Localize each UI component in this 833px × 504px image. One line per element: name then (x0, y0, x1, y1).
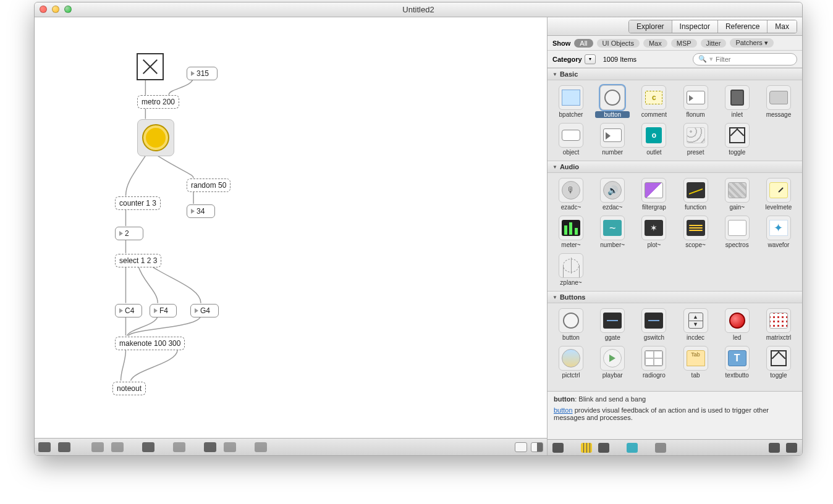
search-field[interactable] (716, 56, 792, 63)
filter-all[interactable]: All (574, 39, 593, 48)
palette-incdec[interactable]: ▲▼incdec (679, 308, 713, 341)
section-buttons[interactable]: Buttons (548, 291, 802, 303)
debug-icon[interactable] (255, 442, 267, 452)
palette-levelmeter[interactable]: levelmete (761, 178, 796, 211)
play-triangle-icon (154, 308, 158, 313)
palette-bpatcher[interactable]: bpatcher (554, 85, 588, 118)
palette-matrixctrl[interactable]: matrixctrl (761, 308, 796, 341)
palette-radiogroup[interactable]: radiogro (636, 346, 671, 379)
eye-icon[interactable] (627, 443, 638, 453)
number-box-2[interactable]: 2 (115, 227, 143, 240)
zoom-window-button[interactable] (64, 6, 72, 13)
palette-gswitch[interactable]: gswitch (636, 308, 671, 341)
message-f4[interactable]: F4 (150, 304, 177, 317)
palette-preset[interactable]: preset (679, 123, 713, 156)
search-input[interactable]: 🔍 ▾ (693, 53, 797, 65)
tab-explorer[interactable]: Explorer (629, 20, 672, 33)
counter-object[interactable]: counter 1 3 (115, 196, 161, 210)
window-title: Untitled2 (402, 5, 434, 14)
palette-meter[interactable]: meter~ (554, 216, 588, 248)
presentation-icon[interactable] (142, 442, 154, 452)
makenote-object[interactable]: makenote 100 300 (115, 337, 185, 350)
side-panel-left-icon[interactable] (515, 442, 527, 452)
palette-toggle[interactable]: toggle (720, 123, 755, 156)
palette-gain[interactable]: gain~ (720, 178, 755, 211)
palette-led[interactable]: led (720, 308, 755, 341)
metro-object[interactable]: metro 200 (137, 95, 179, 109)
menu-icon[interactable] (786, 443, 797, 453)
palette-comment[interactable]: ccomment (636, 85, 671, 118)
patcher-area[interactable]: 315 metro 200 random 50 counter 1 3 34 (35, 17, 548, 455)
patch-inspector-icon[interactable] (204, 442, 216, 452)
palette-outlet[interactable]: ooutlet (636, 123, 671, 156)
select-object[interactable]: select 1 2 3 (115, 254, 161, 267)
desc-body: provides visual feedback of an action an… (554, 406, 769, 421)
bang-circle-icon (142, 124, 169, 151)
palette-playbar[interactable]: playbar (595, 346, 630, 379)
gear-icon[interactable] (552, 443, 564, 453)
number-box-315[interactable]: 315 (187, 67, 218, 80)
app-window: Untitled2 (34, 2, 803, 456)
palette-inlet[interactable]: inlet (720, 85, 755, 118)
new-view-icon[interactable] (58, 442, 70, 452)
show-label: Show (552, 40, 570, 47)
palette-filtergraph[interactable]: filtergrap (636, 178, 671, 211)
palette-button[interactable]: button (595, 85, 630, 118)
section-basic[interactable]: Basic (548, 68, 802, 80)
plus-icon[interactable] (655, 443, 666, 453)
palette-toggle2[interactable]: toggle (761, 346, 796, 379)
zoom-icon[interactable] (91, 442, 104, 452)
side-panel-right-icon[interactable] (531, 442, 543, 452)
palette-number[interactable]: number (595, 123, 630, 156)
titlebar: Untitled2 (35, 2, 802, 17)
filter-msp[interactable]: MSP (671, 39, 697, 48)
message-c4[interactable]: C4 (115, 304, 142, 317)
category-dropdown[interactable]: ▾ (585, 54, 596, 64)
grid-icon[interactable] (224, 442, 236, 452)
palette-numbertilde[interactable]: ~number~ (595, 216, 630, 248)
tab-reference[interactable]: Reference (718, 20, 767, 33)
filter-patchers[interactable]: Patchers ▾ (730, 38, 773, 48)
object-palette[interactable]: Basic bpatcher button ccomment flonum in… (548, 68, 802, 391)
palette-waveform[interactable]: ✦wavefor (761, 216, 796, 248)
palette-tab[interactable]: Tabtab (679, 346, 713, 379)
palette-textbutton[interactable]: Ttextbutto (720, 346, 755, 379)
palette-zplane[interactable]: zplane~ (554, 253, 588, 286)
bang-button[interactable] (137, 119, 174, 156)
random-object[interactable]: random 50 (187, 178, 230, 192)
filter-ui-objects[interactable]: UI Objects (597, 39, 640, 48)
palette-plot[interactable]: ✶plot~ (636, 216, 671, 248)
help-icon[interactable] (769, 443, 780, 453)
palette-function[interactable]: function (679, 178, 713, 211)
category-row: Category ▾ 1009 Items 🔍 ▾ (548, 51, 802, 68)
palette-spectroscope[interactable]: spectros (720, 216, 755, 248)
minimize-window-button[interactable] (52, 6, 59, 13)
palette-flonum[interactable]: flonum (679, 85, 713, 118)
info-icon[interactable] (173, 442, 185, 452)
palette-ggate[interactable]: ggate (595, 308, 630, 341)
message-g4[interactable]: G4 (190, 304, 219, 317)
desc-link[interactable]: button (554, 406, 573, 414)
close-x-icon[interactable] (111, 442, 124, 452)
tab-inspector[interactable]: Inspector (672, 20, 718, 33)
palette-scope[interactable]: scope~ (679, 216, 713, 248)
filter-max[interactable]: Max (643, 39, 667, 48)
grid-view-icon[interactable] (581, 443, 592, 453)
section-audio[interactable]: Audio (548, 161, 802, 173)
close-window-button[interactable] (40, 6, 47, 13)
play-triangle-icon (191, 71, 195, 76)
palette-ezadc[interactable]: 🎙ezadc~ (554, 178, 588, 211)
noteout-object[interactable]: noteout (112, 382, 146, 395)
palette-object[interactable]: object (554, 123, 588, 156)
palette-button2[interactable]: button (554, 308, 588, 341)
number-box-34[interactable]: 34 (187, 204, 215, 218)
side-panel: Explorer Inspector Reference Max Show Al… (548, 17, 802, 455)
palette-message[interactable]: message (761, 85, 796, 118)
palette-ezdac[interactable]: 🔊ezdac~ (595, 178, 630, 211)
filter-jitter[interactable]: Jitter (701, 39, 727, 48)
list-view-icon[interactable] (598, 443, 609, 453)
tab-max[interactable]: Max (767, 20, 797, 33)
toggle-object[interactable] (137, 53, 164, 80)
lock-icon[interactable] (38, 442, 51, 452)
palette-pictctrl[interactable]: pictctrl (554, 346, 588, 379)
